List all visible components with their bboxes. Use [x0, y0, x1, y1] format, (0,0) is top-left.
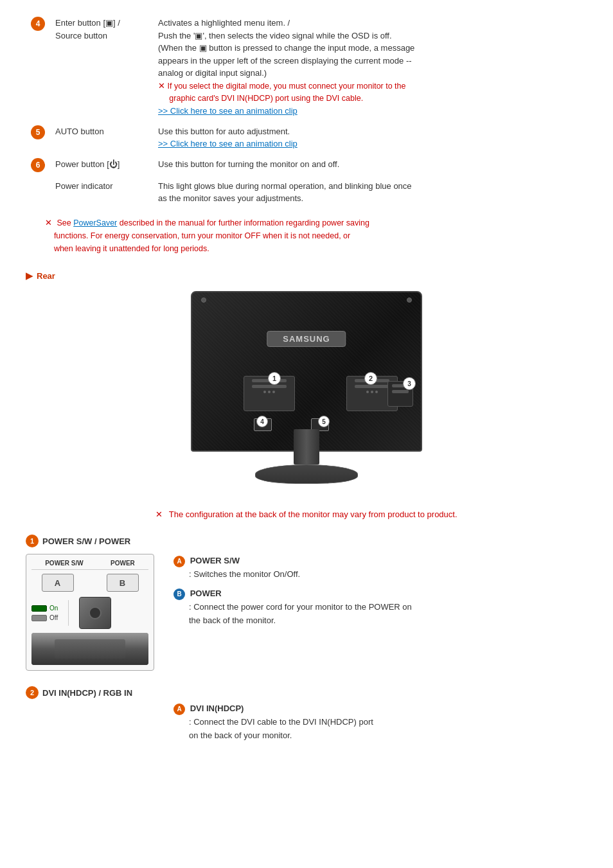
rear-icon: ▶: [26, 270, 33, 281]
power-sw-body: POWER S/W POWER A B On Off: [26, 554, 587, 671]
port-line: [355, 385, 390, 388]
power-indicator-label: Power indicator: [50, 176, 153, 209]
table-row: 5 AUTO button Use this button for auto a…: [26, 121, 587, 154]
config-note: ✕ The configuration at the back of the m…: [26, 509, 587, 519]
power-sw-section: 1 POWER S/W / POWER POWER S/W POWER A B: [26, 535, 587, 671]
callout-3: 3: [403, 377, 416, 390]
power-cells: A B: [31, 574, 148, 592]
rear-header: ▶ Rear: [26, 270, 587, 281]
section-title-2: DVI IN(HDCP) / RGB IN: [42, 688, 132, 698]
port-dot: [263, 391, 266, 393]
power-cell-a: A: [42, 574, 74, 592]
rear-title: Rear: [37, 271, 55, 281]
button-label-5: AUTO button: [50, 121, 153, 154]
animation-link-5[interactable]: >> Click here to see an animation clip: [158, 139, 298, 148]
on-label: On: [49, 605, 58, 612]
dvi-section: 2 DVI IN(HDCP) / RGB IN A DVI IN(HDCP) :…: [26, 686, 587, 748]
dvi-desc-item-a: A DVI IN(HDCP) : Connect the DVI cable t…: [173, 702, 587, 743]
rear-section: ▶ Rear SAMSUNG: [26, 270, 587, 748]
dvi-header: 2 DVI IN(HDCP) / RGB IN: [26, 686, 587, 699]
port-line: [392, 390, 409, 393]
x-mark-icon-2: ✕: [155, 509, 163, 519]
power-box-image: POWER S/W POWER A B On Off: [26, 554, 154, 671]
port-dots: [244, 391, 294, 393]
dvi-text-a: : Connect the DVI cable to the DVI IN(HD…: [189, 716, 587, 743]
x-mark-icon: ✕: [45, 218, 52, 227]
badge-4: 4: [31, 17, 45, 31]
button-label-6: Power button [⏻]: [50, 154, 153, 176]
desc-label-b: POWER: [190, 589, 222, 598]
power-saver-note: ✕ See PowerSaver described in the manual…: [45, 217, 587, 256]
power-sw-col-label: POWER S/W: [45, 560, 83, 567]
port-dot: [366, 391, 369, 393]
button-desc-6: Use this button for turning the monitor …: [153, 154, 587, 176]
dvi-image-placeholder: [26, 702, 154, 740]
table-row: 4 Enter button [▣] /Source button Activa…: [26, 13, 587, 121]
button-label-4: Enter button [▣] /Source button: [50, 13, 153, 121]
port-dot: [371, 391, 373, 393]
port-dot: [375, 391, 378, 393]
monitor-rear-image: SAMSUNG: [172, 291, 441, 497]
monitor-stand-base: [255, 465, 358, 484]
samsung-label: SAMSUNG: [267, 331, 346, 347]
animation-link-4[interactable]: >> Click here to see an animation clip: [158, 106, 298, 116]
dvi-body: A DVI IN(HDCP) : Connect the DVI cable t…: [26, 702, 587, 748]
table-row: Power indicator This light glows blue du…: [26, 176, 587, 209]
button-desc-4: Activates a highlighted menu item. / Pus…: [153, 13, 587, 121]
monitor-image-container: SAMSUNG: [26, 291, 587, 497]
monitor-stand-neck: [294, 429, 319, 465]
desc-item-a: A POWER S/W : Switches the monitor On/Of…: [173, 554, 587, 581]
power-connector-image: [79, 597, 111, 629]
dvi-badge-a: A: [173, 704, 185, 715]
button-table: 4 Enter button [▣] /Source button Activa…: [26, 13, 587, 209]
monitor-body: SAMSUNG: [191, 291, 422, 452]
screw-tl: [201, 297, 206, 303]
desc-label-a: POWER S/W: [190, 556, 240, 565]
power-cell-b: B: [107, 574, 139, 592]
powersaver-link[interactable]: PowerSaver: [73, 218, 117, 227]
power-col-label: POWER: [111, 560, 135, 567]
on-off-switch: On Off: [31, 605, 58, 621]
badge-6: 6: [31, 158, 45, 172]
power-box-header: POWER S/W POWER: [31, 560, 148, 570]
dvi-desc: A DVI IN(HDCP) : Connect the DVI cable t…: [173, 702, 587, 748]
screw-tr: [407, 297, 412, 303]
desc-item-b: B POWER : Connect the power cord for you…: [173, 587, 587, 628]
button-desc-5: Use this button for auto adjustment. >> …: [153, 121, 587, 154]
power-sw-header: 1 POWER S/W / POWER: [26, 535, 587, 547]
section-badge-2: 2: [26, 686, 39, 699]
config-note-text: The configuration at the back of the mon…: [169, 509, 458, 519]
port-line: [252, 385, 287, 388]
desc-text-b: : Connect the power cord for your monito…: [189, 601, 587, 628]
power-img-lower: [31, 633, 148, 665]
port-dot: [272, 391, 275, 393]
power-switch-area: On Off: [31, 597, 148, 629]
badge-5: 5: [31, 125, 45, 139]
port-dot: [268, 391, 271, 393]
off-label: Off: [49, 614, 58, 621]
section-title-1: POWER S/W / POWER: [42, 536, 130, 546]
badge-a: A: [173, 556, 185, 567]
section-badge-1: 1: [26, 535, 39, 547]
desc-text-a: : Switches the monitor On/Off.: [189, 568, 587, 581]
power-sw-desc: A POWER S/W : Switches the monitor On/Of…: [173, 554, 587, 633]
badge-b: B: [173, 589, 185, 600]
dvi-label-a: DVI IN(HDCP): [190, 704, 244, 713]
power-indicator-desc: This light glows blue during normal oper…: [153, 176, 587, 209]
table-row: 6 Power button [⏻] Use this button for t…: [26, 154, 587, 176]
